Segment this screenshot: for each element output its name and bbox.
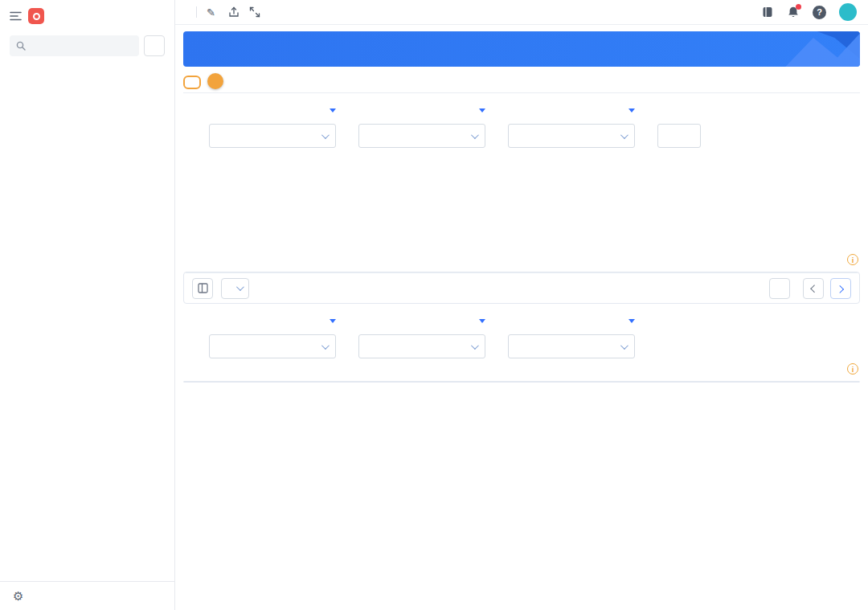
sidebar-nav <box>0 63 174 581</box>
plan-filters <box>183 93 860 151</box>
caret-down-icon <box>479 108 485 113</box>
caret-down-icon <box>628 108 635 113</box>
share-button[interactable] <box>228 6 240 18</box>
caret-down-icon <box>479 319 485 323</box>
workorder-filters <box>183 304 860 362</box>
product2-select[interactable] <box>508 334 635 358</box>
topbar: ✎ ? <box>175 0 868 25</box>
content: i <box>175 25 868 610</box>
tabs-annotation-box <box>183 76 201 89</box>
current-page-box[interactable] <box>769 278 790 299</box>
filter-quality <box>657 103 701 148</box>
caret-down-icon <box>330 319 336 323</box>
notification-dot <box>796 4 801 10</box>
chevron-down-icon <box>321 131 330 139</box>
column-settings-icon[interactable] <box>192 278 213 299</box>
avatar[interactable] <box>839 3 857 21</box>
fullscreen-icon[interactable] <box>249 6 260 18</box>
chevron-down-icon <box>620 131 628 139</box>
plan-table-card <box>183 272 860 304</box>
product-name-select[interactable] <box>508 124 635 148</box>
caret-down-icon <box>330 108 336 113</box>
wo-table-card <box>183 381 860 383</box>
app-logo-icon <box>28 8 44 24</box>
admin-backend-item[interactable]: ⚙ <box>0 581 174 610</box>
add-app-button[interactable] <box>144 35 165 56</box>
search-icon <box>16 41 26 51</box>
plan-table-title-row: i <box>183 252 860 272</box>
operator-dropdown[interactable] <box>625 319 635 323</box>
filter-product2 <box>508 313 635 358</box>
operator-dropdown[interactable] <box>625 108 635 113</box>
chevron-down-icon <box>620 342 628 350</box>
filter-product-name <box>508 103 635 148</box>
sidebar: ⚙ <box>0 0 175 610</box>
topbar-right: ? <box>761 3 857 21</box>
tabs-bar <box>183 73 860 93</box>
pencil-icon: ✎ <box>207 6 215 18</box>
help-icon[interactable]: ? <box>813 6 826 19</box>
sidebar-header <box>0 3 174 29</box>
filter-plan-name <box>209 103 336 148</box>
annotation-badge-2 <box>207 73 223 89</box>
info-icon[interactable]: i <box>847 254 858 265</box>
app-root: ⚙ ✎ <box>0 0 868 610</box>
defective-filter-button[interactable] <box>657 124 701 148</box>
chevron-down-icon <box>236 283 244 291</box>
filter-team <box>358 313 485 358</box>
collapse-menu-icon[interactable] <box>10 11 22 21</box>
chevron-down-icon <box>321 342 330 350</box>
operator-dropdown[interactable] <box>326 319 336 323</box>
caret-down-icon <box>628 319 635 323</box>
team-select[interactable] <box>358 334 485 358</box>
operator-dropdown[interactable] <box>326 108 336 113</box>
plan-name-select[interactable] <box>209 124 336 148</box>
chevron-down-icon <box>471 131 479 139</box>
sidebar-search-row <box>10 35 165 56</box>
search-box[interactable] <box>10 35 139 56</box>
chevron-down-icon <box>471 342 479 350</box>
pager <box>769 278 851 299</box>
notifications-bell-icon[interactable] <box>787 6 800 18</box>
notebook-icon[interactable] <box>761 6 774 18</box>
next-page-button[interactable] <box>830 278 851 299</box>
stat-cards <box>183 161 860 241</box>
edit-button[interactable]: ✎ <box>207 6 219 18</box>
search-input[interactable] <box>31 40 133 51</box>
operator-dropdown[interactable] <box>476 108 485 113</box>
wo-table-title-row: i <box>183 362 860 381</box>
dashboard-banner <box>183 31 860 67</box>
order-name-select[interactable] <box>358 124 485 148</box>
info-icon[interactable]: i <box>847 363 858 375</box>
operator-dropdown[interactable] <box>476 319 485 323</box>
gear-icon: ⚙ <box>13 589 23 604</box>
prev-page-button[interactable] <box>803 278 824 299</box>
wo-name-select[interactable] <box>209 334 336 358</box>
filter-order-name <box>358 103 485 148</box>
main-area: ✎ ? <box>175 0 868 610</box>
plan-table-footer <box>184 272 859 303</box>
filter-wo-name <box>209 313 336 358</box>
page-size-select[interactable] <box>221 278 249 299</box>
divider <box>196 6 197 18</box>
